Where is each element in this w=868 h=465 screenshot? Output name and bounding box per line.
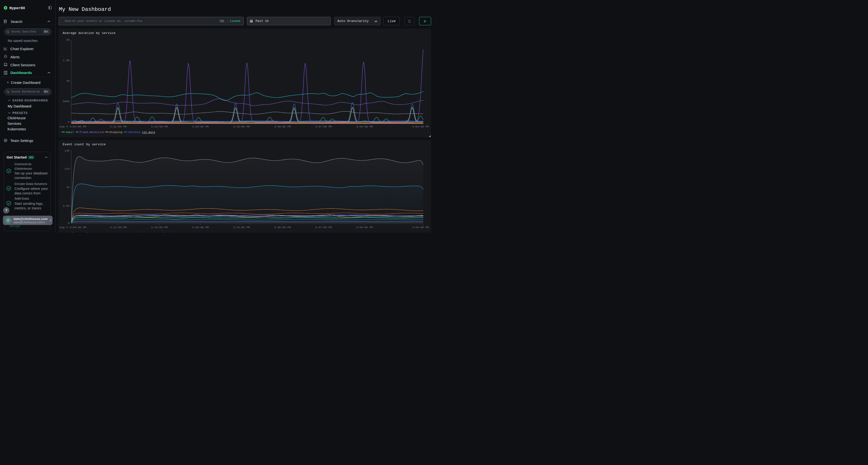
svg-text:3:54:00 PM: 3:54:00 PM	[356, 125, 373, 128]
svg-text:shipping: shipping	[109, 131, 122, 134]
svg-text:3:26:00 PM: 3:26:00 PM	[192, 125, 209, 128]
svg-text:4:04:00 PM: 4:04:00 PM	[412, 226, 429, 229]
svg-text:3:47:00 PM: 3:47:00 PM	[315, 125, 332, 128]
svg-text:3:19:00 PM: 3:19:00 PM	[151, 125, 167, 128]
svg-text:2M: 2M	[66, 38, 69, 41]
svg-text:1.5M: 1.5M	[63, 59, 69, 62]
svg-text:3.5K: 3.5K	[63, 204, 69, 207]
svg-text:3:12:00 PM: 3:12:00 PM	[110, 125, 127, 128]
svg-text:500K: 500K	[63, 100, 69, 103]
svg-text:0: 0	[68, 222, 69, 225]
svg-text:checkout: checkout	[128, 131, 141, 134]
svg-text:3:26:00 PM: 3:26:00 PM	[192, 226, 209, 229]
svg-text:14K: 14K	[64, 149, 69, 152]
svg-text:email: email	[66, 232, 74, 232]
svg-text:fraud-detection: fraud-detection	[86, 232, 111, 232]
svg-text:3:47:00 PM: 3:47:00 PM	[315, 226, 332, 229]
svg-text:email: email	[66, 131, 74, 134]
svg-text:3:12:00 PM: 3:12:00 PM	[110, 226, 127, 229]
svg-text:3:33:00 PM: 3:33:00 PM	[233, 125, 250, 128]
svg-text:3:40:00 PM: 3:40:00 PM	[274, 125, 291, 128]
svg-text:clickhouse: clickhouse	[161, 232, 178, 232]
svg-text:4:04:00 PM: 4:04:00 PM	[412, 125, 429, 128]
svg-text:7K: 7K	[66, 186, 69, 189]
svg-text:1M: 1M	[66, 79, 69, 82]
svg-text:Aug 4 3:04:00 PM: Aug 4 3:04:00 PM	[60, 125, 86, 128]
svg-text:11K: 11K	[64, 167, 69, 170]
svg-text:fraud-detection: fraud-detection	[80, 131, 105, 134]
svg-text:3:40:00 PM: 3:40:00 PM	[274, 226, 291, 229]
svg-text:3:54:00 PM: 3:54:00 PM	[356, 226, 373, 229]
svg-text:3:19:00 PM: 3:19:00 PM	[151, 226, 167, 229]
svg-text:recommendation: recommendation	[124, 232, 147, 232]
svg-text:+12 more: +12 more	[142, 131, 155, 134]
svg-text:3:33:00 PM: 3:33:00 PM	[233, 226, 250, 229]
svg-text:Aug 4 3:04:00 PM: Aug 4 3:04:00 PM	[60, 226, 86, 229]
svg-text:+15 more: +15 more	[183, 232, 196, 232]
svg-text:0: 0	[68, 121, 69, 124]
